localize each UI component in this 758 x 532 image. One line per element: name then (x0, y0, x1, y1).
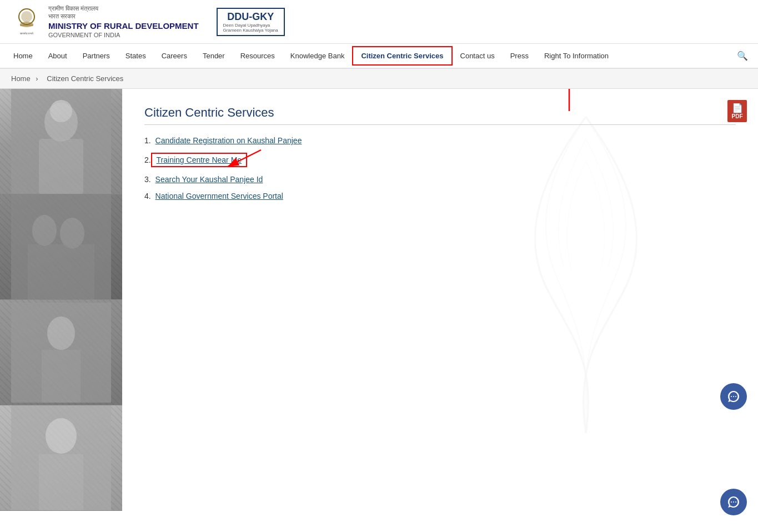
nav-knowledge-bank[interactable]: Knowledge Bank (283, 45, 353, 67)
svg-point-23 (735, 396, 736, 397)
ddu-logo: DDU-GKY Deen Dayal UpadhyayaGrameen Kaus… (217, 8, 285, 36)
svg-point-17 (46, 418, 77, 454)
services-list: 1. Candidate Registration on Kaushal Pan… (144, 136, 736, 200)
service-item-2-highlight: Training Centre Near Me (151, 153, 248, 167)
svg-rect-3 (20, 24, 33, 26)
chat-button-1[interactable] (720, 383, 747, 410)
side-image-panel (0, 89, 122, 511)
ddu-text: DDU-GKY (227, 11, 274, 23)
image-block-4 (0, 405, 122, 511)
nav-contact-us[interactable]: Contact us (453, 45, 503, 67)
breadcrumb-current: Citizen Centric Services (47, 74, 123, 83)
service-link-2[interactable]: Training Centre Near Me (157, 155, 242, 164)
nav-careers[interactable]: Careers (154, 45, 195, 67)
svg-rect-12 (28, 244, 94, 300)
breadcrumb-home[interactable]: Home (11, 74, 31, 83)
nav-states[interactable]: States (118, 45, 154, 67)
pdf-icon[interactable]: 📄 PDF (727, 100, 747, 122)
svg-point-26 (735, 501, 736, 503)
page-content: Citizen Centric Services 1. Candidate Re… (144, 106, 736, 200)
nav-tender[interactable]: Tender (195, 45, 233, 67)
nav-home[interactable]: Home (6, 45, 41, 67)
service-link-3[interactable]: Search Your Kaushal Panjee Id (155, 175, 263, 184)
nav-press[interactable]: Press (503, 45, 536, 67)
site-header: सत्यमेव जयते ग्रामीण विकास मंत्रालय भारत… (0, 0, 758, 44)
svg-point-22 (733, 396, 734, 397)
image-block-1 (0, 89, 122, 194)
content-area: 📄 PDF Citizen Centric Services (122, 89, 758, 511)
nav-partners[interactable]: Partners (75, 45, 118, 67)
service-link-1[interactable]: Candidate Registration on Kaushal Panjee (155, 136, 302, 145)
hindi-name: ग्रामीण विकास मंत्रालय (48, 4, 199, 12)
gov-hindi: भारत सरकार (48, 12, 199, 20)
service-item-4: 4. National Government Services Portal (144, 192, 736, 200)
breadcrumb: Home › Citizen Centric Services (0, 69, 758, 89)
ministry-name: MINISTRY OF RURAL DEVELOPMENT (48, 21, 199, 32)
service-item-1: 1. Candidate Registration on Kaushal Pan… (144, 136, 736, 145)
nav-right-to-information[interactable]: Right To Information (536, 45, 616, 67)
svg-rect-7 (39, 139, 83, 194)
svg-rect-18 (39, 454, 83, 511)
gov-name: GOVERNMENT OF INDIA (48, 31, 199, 39)
service-item-2: 2. Training Centre Near Me (144, 153, 736, 167)
breadcrumb-separator: › (36, 74, 38, 83)
svg-rect-15 (42, 350, 81, 403)
service-link-4[interactable]: National Government Services Portal (155, 192, 283, 200)
svg-point-11 (60, 218, 84, 249)
service-item-3: 3. Search Your Kaushal Panjee Id (144, 175, 736, 184)
india-emblem: सत्यमेव जयते (11, 5, 42, 38)
nav-resources[interactable]: Resources (233, 45, 283, 67)
ministry-text: ग्रामीण विकास मंत्रालय भारत सरकार MINIST… (48, 4, 199, 39)
image-block-3 (0, 300, 122, 405)
svg-text:सत्यमेव जयते: सत्यमेव जयते (19, 32, 33, 35)
page-title: Citizen Centric Services (144, 106, 736, 125)
main-navbar: Home About Partners States Careers Tende… (0, 44, 758, 69)
svg-point-24 (731, 501, 732, 503)
ddu-subtext: Deen Dayal UpadhyayaGrameen Kaushalya Yo… (223, 23, 278, 33)
main-container: 📄 PDF Citizen Centric Services (0, 89, 758, 511)
search-icon[interactable]: 🔍 (732, 44, 752, 68)
logo-area: सत्यमेव जयते ग्रामीण विकास मंत्रालय भारत… (11, 4, 747, 39)
chat-button-2[interactable] (720, 489, 747, 511)
nav-about[interactable]: About (41, 45, 75, 67)
image-block-2 (0, 194, 122, 300)
svg-point-1 (21, 11, 32, 22)
svg-point-21 (731, 396, 732, 397)
svg-point-8 (50, 100, 72, 122)
svg-point-25 (733, 501, 734, 503)
svg-point-14 (47, 317, 75, 350)
nav-citizen-centric-services[interactable]: Citizen Centric Services (352, 46, 452, 66)
svg-point-10 (32, 215, 57, 246)
